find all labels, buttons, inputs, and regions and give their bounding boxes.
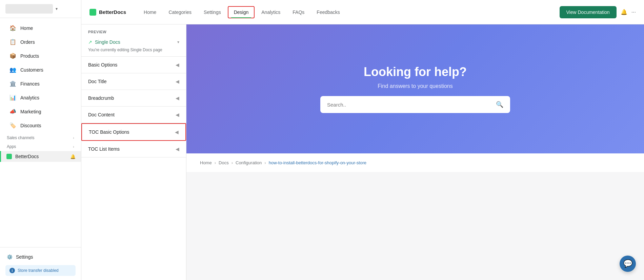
panel-section-toc-list-items[interactable]: TOC List Items ◀ bbox=[81, 141, 186, 157]
doc-title-chevron-icon: ◀ bbox=[176, 79, 179, 84]
sidebar-item-orders[interactable]: 📋 Orders bbox=[3, 35, 78, 49]
tab-design[interactable]: Design bbox=[228, 6, 255, 18]
hero-title: Looking for help? bbox=[364, 65, 467, 79]
chat-button[interactable]: 💬 bbox=[620, 256, 636, 272]
hero-subtitle: Find answers to your questions bbox=[378, 83, 452, 89]
sidebar-item-customers-label: Customers bbox=[20, 67, 43, 73]
breadcrumb-docs: Docs bbox=[219, 160, 229, 165]
panel-section-basic-options[interactable]: Basic Options ◀ bbox=[81, 57, 186, 73]
sidebar-item-settings-label: Settings bbox=[16, 254, 33, 260]
finances-icon: 🏛️ bbox=[9, 80, 16, 87]
panel-preview-label: PREVIEW bbox=[81, 24, 186, 37]
sidebar-item-analytics-label: Analytics bbox=[20, 95, 39, 100]
tab-categories[interactable]: Categories bbox=[163, 7, 197, 18]
tab-settings[interactable]: Settings bbox=[198, 7, 226, 18]
brand-logo-icon bbox=[89, 9, 96, 16]
top-nav: Home Categories Settings Design Analytic… bbox=[138, 6, 552, 18]
preview-hero: Looking for help? Find answers to your q… bbox=[186, 24, 644, 153]
doc-content-label: Doc Content bbox=[88, 112, 115, 117]
info-circle-icon: i bbox=[9, 268, 15, 273]
breadcrumb-label: Breadcrumb bbox=[88, 95, 114, 101]
design-panel: PREVIEW ↗ Single Docs ▾ You're currently… bbox=[81, 24, 186, 280]
more-icon[interactable]: ··· bbox=[631, 9, 636, 15]
top-bar: BetterDocs Home Categories Settings Desi… bbox=[81, 0, 644, 24]
single-docs-link[interactable]: Single Docs bbox=[95, 39, 175, 45]
betterdocs-label: BetterDocs bbox=[15, 154, 39, 159]
marketing-icon: 📣 bbox=[9, 108, 16, 115]
sales-channels-chevron-icon: › bbox=[73, 136, 74, 140]
sidebar-item-orders-label: Orders bbox=[20, 39, 35, 45]
apps-chevron-icon: › bbox=[73, 145, 74, 149]
store-name-placeholder bbox=[5, 4, 53, 14]
top-bar-right: View Documentation 🔔 ··· bbox=[560, 6, 636, 18]
tab-feedbacks[interactable]: Feedbacks bbox=[311, 7, 345, 18]
panel-section-doc-content[interactable]: Doc Content ◀ bbox=[81, 107, 186, 123]
toc-list-items-label: TOC List Items bbox=[88, 146, 120, 152]
home-icon: 🏠 bbox=[9, 25, 16, 31]
brand-name: BetterDocs bbox=[99, 9, 126, 15]
sidebar-item-customers[interactable]: 👥 Customers bbox=[3, 63, 78, 76]
store-selector[interactable]: ▾ bbox=[0, 0, 81, 18]
top-bar-icons: 🔔 ··· bbox=[621, 9, 636, 15]
apps-section[interactable]: Apps › bbox=[0, 142, 81, 150]
breadcrumb-area: Home › Docs › Configuration › how-to-ins… bbox=[186, 153, 644, 172]
breadcrumb-chevron-2: › bbox=[232, 160, 233, 165]
sidebar-item-home-label: Home bbox=[20, 25, 33, 31]
breadcrumb-home: Home bbox=[200, 160, 212, 165]
store-transfer-label: Store transfer disabled bbox=[18, 268, 59, 273]
panel-section-toc-basic-options[interactable]: TOC Basic Options ◀ bbox=[81, 123, 186, 141]
sidebar: ▾ 🏠 Home 📋 Orders 📦 Products 👥 Customers… bbox=[0, 0, 81, 280]
basic-options-label: Basic Options bbox=[88, 62, 117, 68]
sidebar-item-products[interactable]: 📦 Products bbox=[3, 49, 78, 62]
bell-icon[interactable]: 🔔 bbox=[621, 9, 627, 15]
store-chevron-icon: ▾ bbox=[56, 6, 58, 11]
basic-options-chevron-icon: ◀ bbox=[176, 62, 179, 68]
search-box: 🔍 bbox=[320, 96, 510, 113]
sidebar-item-analytics[interactable]: 📊 Analytics bbox=[3, 91, 78, 104]
sales-channels-section[interactable]: Sales channels › bbox=[0, 133, 81, 142]
products-icon: 📦 bbox=[9, 53, 16, 59]
toc-basic-options-label: TOC Basic Options bbox=[89, 129, 129, 135]
panel-preview-item: ↗ Single Docs ▾ bbox=[81, 37, 186, 46]
orders-icon: 📋 bbox=[9, 39, 16, 45]
store-transfer-notice: i Store transfer disabled bbox=[5, 265, 76, 276]
settings-icon: ⚙️ bbox=[7, 254, 13, 260]
apps-label: Apps bbox=[7, 144, 16, 149]
breadcrumb-configuration: Configuration bbox=[236, 160, 262, 165]
tab-home[interactable]: Home bbox=[138, 7, 162, 18]
panel-section-doc-title[interactable]: Doc Title ◀ bbox=[81, 73, 186, 90]
discounts-icon: 🏷️ bbox=[9, 122, 16, 129]
doc-title-label: Doc Title bbox=[88, 79, 106, 84]
preview-area: Looking for help? Find answers to your q… bbox=[186, 24, 644, 280]
toc-list-items-chevron-icon: ◀ bbox=[176, 146, 179, 152]
sidebar-item-discounts-label: Discounts bbox=[20, 123, 41, 128]
app-brand: BetterDocs bbox=[89, 9, 126, 16]
sidebar-item-betterdocs[interactable]: BetterDocs 🔔 bbox=[0, 151, 81, 162]
sidebar-item-marketing[interactable]: 📣 Marketing bbox=[3, 105, 78, 118]
sidebar-item-discounts[interactable]: 🏷️ Discounts bbox=[3, 119, 78, 132]
toc-basic-options-chevron-icon: ◀ bbox=[175, 129, 179, 135]
sidebar-item-settings[interactable]: ⚙️ Settings bbox=[5, 251, 76, 262]
search-input[interactable] bbox=[327, 102, 493, 108]
customers-icon: 👥 bbox=[9, 67, 16, 73]
chat-icon: 💬 bbox=[623, 259, 632, 268]
panel-section-breadcrumb[interactable]: Breadcrumb ◀ bbox=[81, 90, 186, 107]
main-content: BetterDocs Home Categories Settings Desi… bbox=[81, 0, 644, 280]
betterdocs-bell-icon: 🔔 bbox=[70, 154, 76, 159]
analytics-icon: 📊 bbox=[9, 94, 16, 101]
editing-note: You're currently editing Single Docs pag… bbox=[81, 46, 186, 56]
sidebar-nav: 🏠 Home 📋 Orders 📦 Products 👥 Customers 🏛… bbox=[0, 18, 81, 247]
sidebar-item-finances[interactable]: 🏛️ Finances bbox=[3, 77, 78, 90]
sidebar-item-home[interactable]: 🏠 Home bbox=[3, 21, 78, 35]
breadcrumb-chevron-3: › bbox=[264, 160, 266, 165]
preview-chevron-icon: ▾ bbox=[177, 40, 179, 44]
breadcrumb-chevron-icon: ◀ bbox=[176, 95, 179, 101]
view-documentation-button[interactable]: View Documentation bbox=[560, 6, 617, 18]
breadcrumb-current-page: how-to-install-betterdocs-for-shopify-on… bbox=[269, 160, 366, 165]
sidebar-item-marketing-label: Marketing bbox=[20, 109, 41, 114]
tab-faqs[interactable]: FAQs bbox=[287, 7, 310, 18]
sidebar-bottom: ⚙️ Settings i Store transfer disabled bbox=[0, 247, 81, 280]
search-icon: 🔍 bbox=[496, 101, 503, 108]
breadcrumb-chevron-1: › bbox=[215, 160, 216, 165]
tab-analytics[interactable]: Analytics bbox=[256, 7, 286, 18]
